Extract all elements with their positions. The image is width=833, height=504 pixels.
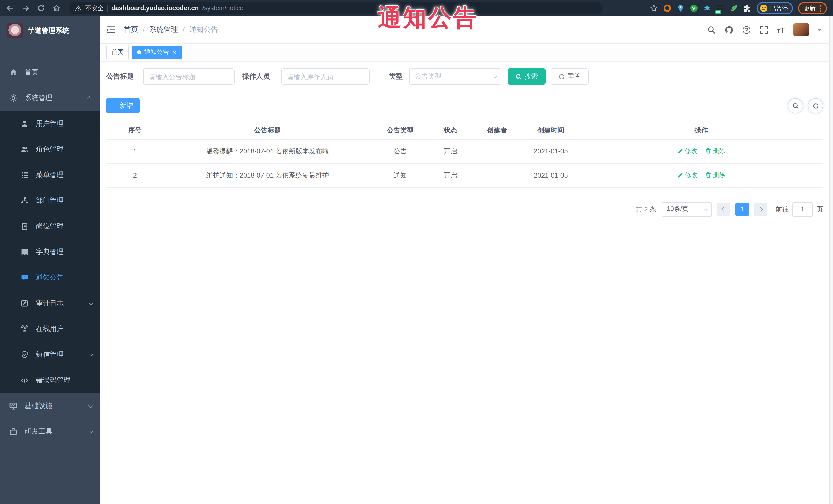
delete-link[interactable]: 删除 — [706, 147, 725, 155]
refresh-table-button[interactable] — [808, 98, 823, 114]
search-icon[interactable] — [707, 25, 716, 34]
add-button[interactable]: + 新增 — [106, 98, 140, 114]
sidebar-item-dev-tools[interactable]: 研发工具 — [0, 419, 100, 445]
home-icon[interactable] — [52, 4, 61, 12]
sidebar-item-notice[interactable]: 通知公告 — [0, 265, 100, 290]
next-page-button[interactable] — [754, 202, 767, 216]
edit-link[interactable]: 修改 — [677, 171, 697, 179]
table-toolbar: + 新增 — [106, 98, 823, 114]
breadcrumb-home[interactable]: 首页 — [124, 25, 138, 34]
font-size-icon[interactable]: TT — [777, 26, 785, 33]
chevron-right-icon — [759, 207, 763, 212]
online-user-icon — [21, 325, 29, 333]
extension-icon-proxy[interactable] — [663, 4, 671, 12]
scrollbar[interactable] — [829, 17, 833, 504]
sidebar-item-label: 研发工具 — [25, 427, 81, 436]
page-size-select[interactable]: 10条/页 — [662, 202, 712, 216]
security-label[interactable]: 不安全 — [85, 4, 104, 13]
sidebar-item-error-codes[interactable]: 错误码管理 — [0, 367, 100, 393]
sidebar-item-label: 系统管理 — [25, 93, 81, 103]
profile-emoji-icon — [759, 4, 767, 12]
breadcrumb-system[interactable]: 系统管理 — [149, 25, 178, 34]
address-bar[interactable]: 不安全 dashboard.yudao.iocoder.cn/system/no… — [69, 2, 602, 15]
notice-title-input[interactable] — [143, 68, 235, 85]
goto-page-input[interactable] — [792, 202, 813, 216]
help-icon[interactable] — [742, 25, 751, 34]
extension-icon-vue[interactable] — [690, 4, 698, 12]
reload-icon[interactable] — [37, 4, 45, 12]
bookmark-star-icon[interactable] — [649, 4, 658, 12]
refresh-icon — [812, 102, 819, 109]
pagination-total: 共 2 条 — [636, 205, 657, 214]
sidebar-item-label: 审计日志 — [36, 299, 81, 308]
tab-home[interactable]: 首页 — [106, 45, 129, 59]
github-icon[interactable] — [724, 25, 733, 34]
tab-close-icon[interactable]: × — [172, 49, 176, 55]
operator-input[interactable] — [281, 68, 370, 85]
omnibox-divider — [107, 5, 108, 11]
browser-menu-icon[interactable] — [820, 5, 821, 11]
url-domain[interactable]: dashboard.yudao.iocoder.cn — [111, 5, 199, 12]
sidebar-item-dict[interactable]: 字典管理 — [0, 239, 100, 265]
refresh-icon — [558, 73, 565, 80]
sidebar-item-depts[interactable]: 部门管理 — [0, 188, 100, 214]
url-path[interactable]: /system/notice — [202, 5, 243, 12]
sidebar-item-online-users[interactable]: 在线用户 — [0, 316, 100, 342]
sidebar-item-label: 岗位管理 — [36, 222, 92, 231]
search-icon — [792, 102, 799, 109]
sidebar-item-home[interactable]: 首页 — [0, 59, 100, 85]
cell-creator — [472, 139, 522, 163]
tab-notice[interactable]: 通知公告 × — [132, 45, 182, 59]
cell-created: 2021-01-05 — [522, 139, 579, 163]
sidebar-item-posts[interactable]: 岗位管理 — [0, 214, 100, 239]
sidebar-item-system[interactable]: 系统管理 — [0, 85, 100, 111]
notice-type-select[interactable]: 公告类型 — [409, 68, 501, 85]
reset-button-label: 重置 — [568, 72, 581, 81]
toggle-search-button[interactable] — [788, 98, 803, 114]
forward-icon[interactable] — [22, 4, 30, 12]
sidebar-item-label: 首页 — [25, 68, 92, 77]
breadcrumb-current: 通知公告 — [189, 25, 218, 34]
sidebar-item-audit-log[interactable]: 审计日志 — [0, 290, 100, 316]
cell-seq: 2 — [106, 163, 164, 187]
reset-button[interactable]: 重置 — [551, 68, 589, 85]
extension-icon-tampermonkey[interactable]: on — [716, 4, 724, 12]
extension-icon-leaf[interactable] — [730, 4, 738, 12]
sidebar-item-users[interactable]: 用户管理 — [0, 111, 100, 137]
delete-label: 删除 — [713, 171, 725, 179]
page-number-active[interactable]: 1 — [736, 202, 749, 216]
tags-view-bar: 首页 通知公告 × — [100, 44, 833, 61]
sidebar-toggle-icon[interactable] — [106, 25, 116, 34]
plus-icon: + — [113, 102, 117, 110]
page-unit-label: 页 — [816, 205, 823, 214]
sidebar-item-sms[interactable]: 短信管理 — [0, 342, 100, 367]
app-logo-row[interactable]: 芋道管理系统 — [0, 17, 100, 45]
chevron-down-icon — [88, 300, 93, 305]
extension-icon-diamond[interactable] — [703, 4, 711, 12]
extension-icon-pin[interactable] — [676, 4, 684, 12]
col-status: 状态 — [429, 122, 472, 139]
extensions-puzzle-icon[interactable] — [743, 4, 751, 12]
back-icon[interactable] — [6, 4, 15, 12]
edit-link[interactable]: 修改 — [677, 147, 697, 155]
sidebar-item-roles[interactable]: 角色管理 — [0, 137, 100, 162]
user-avatar[interactable] — [793, 23, 809, 37]
browser-profile-chip[interactable]: 已暂停 — [756, 2, 793, 15]
shield-check-icon — [21, 351, 29, 359]
col-seq: 序号 — [106, 122, 164, 139]
search-button[interactable]: 搜索 — [507, 68, 546, 85]
chevron-up-icon — [87, 96, 92, 101]
col-actions: 操作 — [579, 122, 823, 139]
book-icon — [21, 248, 29, 256]
prev-page-button[interactable] — [717, 202, 730, 216]
notice-table: 序号 公告标题 公告类型 状态 创建者 创建时间 操作 1 温馨提醒：2018- — [106, 122, 823, 188]
table-header-row: 序号 公告标题 公告类型 状态 创建者 创建时间 操作 — [106, 122, 823, 139]
sidebar-item-menus[interactable]: 菜单管理 — [0, 162, 100, 188]
chevron-down-icon — [88, 351, 93, 356]
browser-update-button[interactable]: 更新 — [798, 2, 827, 15]
col-title: 公告标题 — [164, 122, 372, 139]
avatar-caret-icon[interactable] — [817, 28, 822, 31]
sidebar-item-infrastructure[interactable]: 基础设施 — [0, 393, 100, 419]
fullscreen-icon[interactable] — [759, 25, 768, 34]
delete-link[interactable]: 删除 — [706, 171, 725, 179]
